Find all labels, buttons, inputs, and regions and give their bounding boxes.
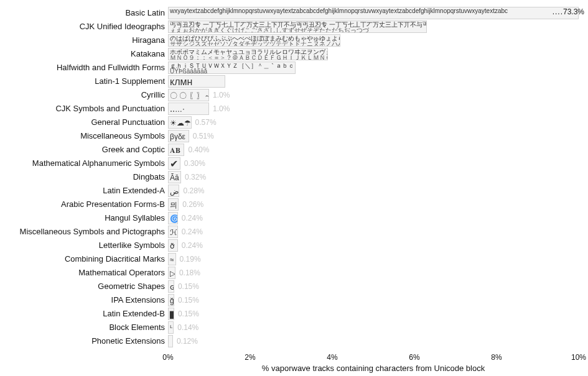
x-tick-label: 6%	[409, 353, 419, 362]
bar: ᴸ	[168, 321, 174, 334]
bar-sample-text: 〇 〇 〖〗～	[170, 92, 209, 99]
bar-sample-text: wxyaytextzabcdefghijklmnopqrstuvwxyaytex…	[170, 8, 508, 14]
category-label: Cyrillic	[3, 90, 165, 99]
x-axis-title: % vaporwave tracks containing characters…	[168, 364, 579, 373]
bar: ✔	[168, 157, 180, 170]
bar: ɢ	[168, 280, 174, 293]
bar-value-label: 0.14%	[177, 323, 198, 332]
bar-value-label: 0.51%	[193, 132, 214, 140]
bar-row: ☀☁☂0.57%	[168, 116, 579, 129]
bar: ホボポマミムメモャヤュユョヨラリルレロワヰヱヲンヴヵヶＭＮＯ９：；＜＝＞？＠ＡＢ…	[168, 48, 328, 60]
bar-sample-text: клмн	[170, 77, 192, 87]
bar-sample-text: ≈	[170, 256, 174, 264]
category-label: Hangul Syllables	[3, 213, 165, 222]
bar-value-label: 1.0%	[213, 91, 230, 99]
bar: βγδε	[168, 130, 189, 142]
bar-sample-text: ᴸ	[170, 324, 172, 332]
bar: wxyaytextzabcdefghijklmnopqrstuvwxyaytex…	[168, 7, 579, 19]
bar-row: 〇 〇 〖〗～1.0%	[168, 88, 579, 102]
bar-sample-text: ğ	[170, 297, 174, 305]
category-label: IPA Extensions	[3, 295, 165, 305]
bar: 믜긷	[168, 198, 179, 211]
bar-value-label: 0.32%	[185, 173, 206, 181]
bar-row: 丐丏丑丒专 一丁丂七丄丅丆万丈三上下丌不与丏丐丑丒专 一丁丂七丄丅丆万丈三上下丌…	[168, 20, 579, 34]
bar-value-label: 0.40%	[188, 145, 209, 154]
bar-row: 0.12%	[168, 334, 579, 348]
bar-row: ｇｈｉＳＴＵＶＷＸＹＺ［＼］＾＿｀ａｂｃｄｅｆｇｈｉÜÝÞßàáâãäå	[168, 61, 579, 75]
bar-sample-text-line2: ÜÝÞßàáâãäå	[170, 68, 207, 74]
bar-row: ℋ0.24%	[168, 225, 579, 239]
bar-row: ğ0.15%	[168, 293, 579, 307]
bar-value-label: 0.57%	[195, 118, 217, 127]
bar-sample-text-line2: ＭＮＯ９：；＜＝＞？＠ＡＢＣＤＥＦＧＨＩＪＫＬＭＮＯ	[170, 55, 328, 60]
category-label: General Punctuation	[3, 117, 165, 127]
bar-sample-text: ỡ	[170, 242, 174, 250]
bar-row: 🌀0.24%	[168, 211, 579, 225]
bar-value-label: 0.28%	[183, 186, 204, 195]
bar: ☀☁☂	[168, 116, 192, 129]
category-label: Latin-1 Supplement	[3, 76, 165, 86]
bar-sample-text: ɢ	[170, 283, 174, 291]
category-label: Katakana	[3, 49, 165, 58]
bar-row: Āā0.32%	[168, 170, 579, 184]
bar: のはばぱひびぴふぶぷへべぺほぼぽまみむめもゃやゅゆょよらりるサザシジスズセゼソゾ…	[168, 34, 340, 47]
bar-value-label: 0.12%	[177, 337, 198, 346]
x-tick-label: 8%	[491, 353, 502, 362]
category-label: Phonetic Extensions	[3, 336, 165, 346]
bar-row: ホボポマミムメモャヤュユョヨラリルレロワヰヱヲンヴヵヶＭＮＯ９：；＜＝＞？＠ＡＢ…	[168, 47, 579, 61]
category-label: Latin Extended-A	[3, 186, 165, 195]
category-label: CJK Unified Ideographs	[3, 22, 165, 31]
category-label: Miscellaneous Symbols and Pictographs	[3, 227, 165, 236]
category-label: Greek and Coptic	[3, 145, 165, 154]
bar-value-label: 0.18%	[179, 268, 200, 277]
bar-row: ‥…‧1.0%	[168, 102, 579, 116]
bar-value-label: 0.24%	[182, 241, 203, 250]
x-tick-label: 10%	[571, 353, 586, 362]
x-tick-label: 0%	[162, 353, 173, 362]
overflow-value-annotation: ....73.3%	[553, 7, 584, 16]
bar-value-label: 0.15%	[178, 296, 199, 305]
ellipsis-icon: ....	[553, 7, 563, 16]
bar-value-label: 0.15%	[178, 310, 199, 318]
bar-sample-text: βγδε	[170, 133, 185, 140]
bar: 🌀	[168, 212, 178, 224]
bar-row: 𝐀𝐁0.40%	[168, 143, 579, 157]
bar-value-label: 0.19%	[180, 255, 201, 264]
bar-value-label: 0.24%	[182, 227, 203, 236]
category-label: Combining Diacritical Marks	[3, 254, 165, 264]
category-label: Arabic Presentation Forms-B	[3, 199, 165, 209]
bar-row: のはばぱひびぴふぶぷへべぺほぼぽまみむめもゃやゅゆょよらりるサザシジスズセゼソゾ…	[168, 34, 579, 47]
bar: ▇	[168, 308, 174, 320]
bar-row: ɢ0.15%	[168, 280, 579, 293]
bar-sample-text: ✔	[170, 159, 178, 169]
x-tick-label: 2%	[245, 353, 255, 362]
bar-sample-text: ‥…‧	[170, 106, 185, 113]
category-label: Halfwidth and Fullwidth Forms	[3, 63, 165, 72]
bar: Āā	[168, 171, 181, 183]
category-label: Miscellaneous Symbols	[3, 131, 165, 140]
bar: ‥…‧	[168, 103, 209, 115]
bar: ≈	[168, 253, 176, 265]
bar-value-label: 0.30%	[184, 159, 205, 168]
bar-sample-text-line2: サザシジスズセゼソゾタダチヂッツヅテデトドナニヌネノハバパ	[170, 41, 340, 47]
bar: ℋ	[168, 226, 178, 238]
bar-value-label: 0.24%	[182, 214, 203, 222]
bar-value-label: 0.15%	[178, 282, 199, 291]
bar-row: ᴸ0.14%	[168, 321, 579, 334]
bar-sample-text: ▷	[170, 270, 175, 277]
bar-value-label: 1.0%	[213, 104, 230, 113]
bar-sample-text: ☀☁☂	[170, 119, 191, 127]
bar-row: βγδε0.51%	[168, 129, 579, 143]
bar-sample-text: ℋ	[170, 229, 177, 236]
bar-row: ≈0.19%	[168, 252, 579, 266]
unicode-block-bar-chart: wxyaytextzabcdefghijklmnopqrstuvwxyaytex…	[0, 0, 588, 376]
bar-row: 믜긷0.26%	[168, 198, 579, 211]
bar-row: ỡ0.24%	[168, 239, 579, 252]
bar: ﺽ	[168, 185, 179, 197]
bar: 〇 〇 〖〗～	[168, 89, 209, 101]
category-label: Hiragana	[3, 35, 165, 45]
bar-sample-text: ﺽ	[170, 188, 179, 195]
bar-row: ▇0.15%	[168, 307, 579, 321]
bar-sample-text: Āā	[170, 174, 179, 181]
overflow-value: 73.3%	[563, 7, 584, 16]
